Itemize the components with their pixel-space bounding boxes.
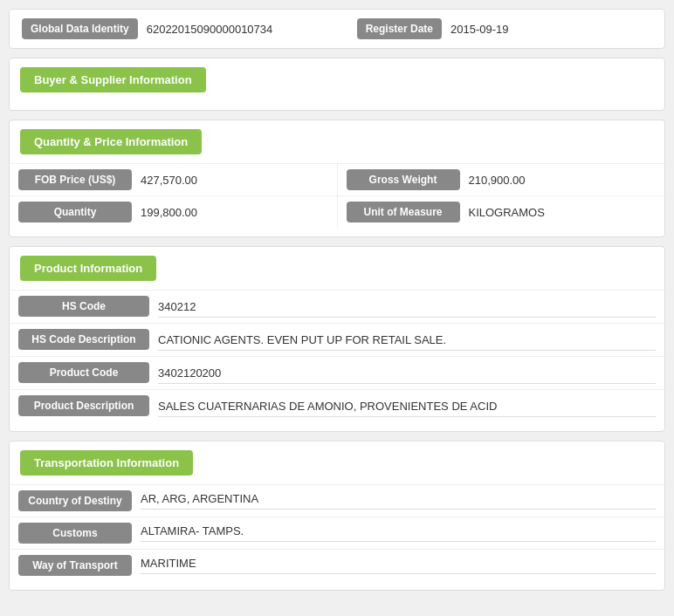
product-desc-value: SALES CUATERNARIAS DE AMONIO, PROVENIENT… (158, 395, 656, 417)
transport-value: MARITIME (141, 557, 656, 574)
product-desc-row: Product Description SALES CUATERNARIAS D… (10, 389, 664, 422)
gross-weight-col: Gross Weight 210,900.00 (338, 164, 665, 195)
gross-weight-value: 210,900.00 (469, 174, 526, 187)
quantity-unit-row: Quantity 199,800.00 Unit of Measure KILO… (10, 195, 664, 228)
transportation-body: Country of Destiny AR, ARG, ARGENTINA Cu… (10, 484, 664, 590)
product-code-row: Product Code 3402120200 (10, 356, 664, 389)
quantity-value: 199,800.00 (141, 206, 197, 219)
product-header: Product Information (20, 256, 156, 281)
country-label: Country of Destiny (18, 490, 132, 511)
transport-label: Way of Transport (18, 555, 132, 576)
gross-weight-label: Gross Weight (347, 169, 460, 190)
buyer-supplier-body (10, 101, 664, 110)
transportation-section: Transportation Information Country of De… (9, 441, 665, 591)
register-date-value: 2015-09-19 (450, 23, 652, 36)
transport-row: Way of Transport MARITIME (10, 549, 664, 581)
customs-label: Customs (18, 523, 132, 544)
buyer-supplier-header: Buyer & Supplier Information (20, 67, 206, 92)
quantity-price-body: FOB Price (US$) 427,570.00 Gross Weight … (10, 163, 664, 236)
product-code-label: Product Code (18, 362, 149, 383)
hs-code-row: HS Code 340212 (10, 290, 664, 323)
product-code-value: 3402120200 (158, 362, 656, 384)
buyer-supplier-section: Buyer & Supplier Information (9, 58, 665, 111)
hs-code-value: 340212 (158, 296, 656, 318)
country-row: Country of Destiny AR, ARG, ARGENTINA (10, 484, 664, 517)
quantity-label: Quantity (18, 202, 132, 222)
global-identity-section: Global Data Identity 6202201509000001073… (9, 9, 665, 49)
hs-code-label: HS Code (18, 296, 149, 317)
product-section: Product Information HS Code 340212 HS Co… (9, 246, 665, 432)
customs-row: Customs ALTAMIRA- TAMPS. (10, 517, 664, 549)
quantity-col: Quantity 199,800.00 (10, 196, 338, 228)
fob-gross-row: FOB Price (US$) 427,570.00 Gross Weight … (10, 163, 664, 195)
page-container: Global Data Identity 6202201509000001073… (9, 9, 665, 591)
fob-value: 427,570.00 (141, 174, 197, 187)
transportation-header: Transportation Information (20, 450, 193, 476)
identity-value: 62022015090000010734 (147, 23, 348, 36)
unit-label: Unit of Measure (347, 202, 460, 222)
country-value: AR, ARG, ARGENTINA (141, 492, 656, 510)
register-date-label: Register Date (357, 18, 442, 39)
quantity-price-section: Quantity & Price Information FOB Price (… (9, 120, 665, 237)
fob-label: FOB Price (US$) (18, 169, 132, 190)
hs-desc-label: HS Code Description (18, 329, 149, 350)
unit-col: Unit of Measure KILOGRAMOS (338, 196, 665, 228)
fob-col: FOB Price (US$) 427,570.00 (10, 164, 338, 195)
hs-desc-value: CATIONIC AGENTS. EVEN PUT UP FOR RETAIL … (158, 329, 656, 351)
unit-value: KILOGRAMOS (469, 206, 545, 219)
quantity-price-header: Quantity & Price Information (20, 129, 202, 154)
identity-label: Global Data Identity (22, 18, 138, 39)
product-body: HS Code 340212 HS Code Description CATIO… (10, 290, 664, 431)
customs-value: ALTAMIRA- TAMPS. (141, 524, 656, 542)
product-desc-label: Product Description (18, 395, 149, 416)
hs-desc-row: HS Code Description CATIONIC AGENTS. EVE… (10, 323, 664, 356)
